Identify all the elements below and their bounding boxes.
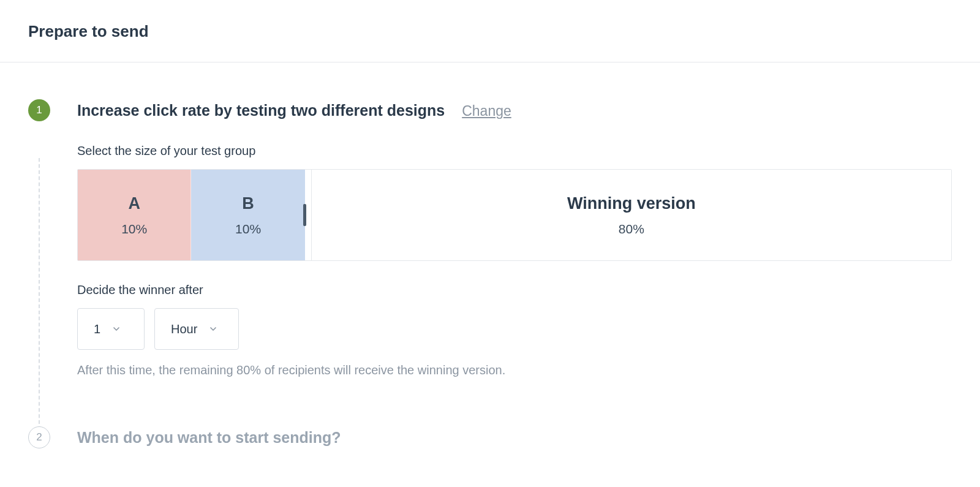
step-marker-column: 1 — [28, 99, 77, 377]
winner-timing-selects: 1 Hour — [77, 308, 952, 350]
segment-a-letter: A — [128, 194, 140, 213]
step-2-title: When do you want to start sending? — [77, 429, 952, 447]
winner-timing-label: Decide the winner after — [77, 283, 952, 297]
chevron-down-icon — [208, 324, 218, 334]
step-marker-column: 2 — [28, 426, 77, 448]
step-2: 2 When do you want to start sending? — [28, 377, 952, 473]
test-group-label: Select the size of your test group — [77, 144, 952, 158]
winner-count-select[interactable]: 1 — [77, 308, 145, 350]
step-1: 1 Increase click rate by testing two dif… — [28, 62, 952, 377]
segment-winning-percent: 80% — [619, 222, 644, 236]
split-drag-handle[interactable] — [302, 203, 308, 227]
step-2-badge: 2 — [28, 426, 50, 448]
segment-a-percent: 10% — [121, 222, 147, 236]
step-1-body: Increase click rate by testing two diffe… — [77, 99, 952, 377]
page-title: Prepare to send — [28, 22, 952, 41]
winner-unit-select[interactable]: Hour — [154, 308, 239, 350]
segment-winning-title: Winning version — [567, 194, 696, 213]
segment-b-percent: 10% — [235, 222, 261, 236]
segment-b: B 10% — [191, 170, 304, 260]
winner-count-value: 1 — [94, 322, 100, 336]
drag-handle-icon — [303, 204, 306, 226]
segment-a: A 10% — [78, 170, 191, 260]
change-link[interactable]: Change — [462, 103, 511, 119]
step-1-badge: 1 — [28, 99, 50, 121]
page-header: Prepare to send — [0, 0, 980, 62]
content-area: 1 Increase click rate by testing two dif… — [0, 62, 980, 473]
step-connector-line — [39, 158, 40, 436]
segment-b-letter: B — [242, 194, 254, 213]
winner-unit-value: Hour — [171, 322, 197, 336]
test-group-split-bar: A 10% B 10% Winning version 80% — [77, 169, 952, 261]
step-1-number: 1 — [36, 104, 42, 116]
step-2-body: When do you want to start sending? — [77, 426, 952, 448]
step-1-title: Increase click rate by testing two diffe… — [77, 102, 445, 119]
chevron-down-icon — [111, 324, 121, 334]
step-2-number: 2 — [36, 431, 42, 444]
segment-winning: Winning version 80% — [311, 170, 951, 260]
winner-timing-helper: After this time, the remaining 80% of re… — [77, 363, 952, 377]
step-1-header-row: Increase click rate by testing two diffe… — [77, 102, 952, 119]
